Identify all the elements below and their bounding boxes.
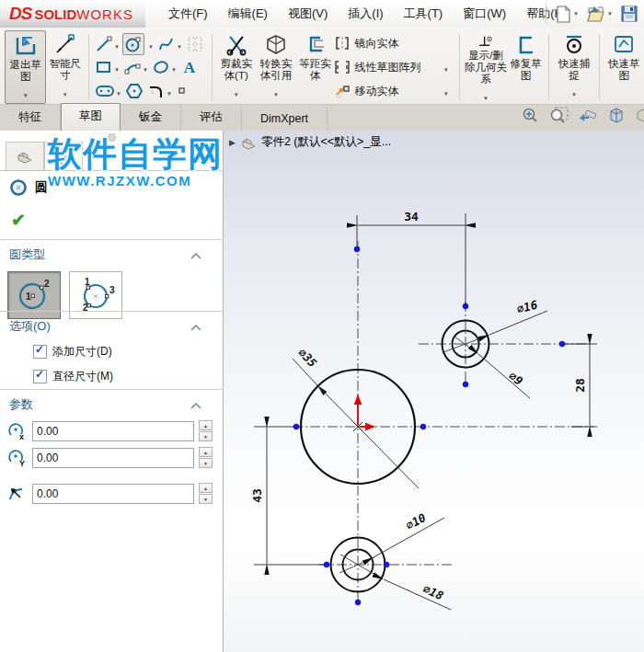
center-y-icon: Y xyxy=(7,449,28,467)
point-tool-button[interactable] xyxy=(175,84,190,98)
slot-icon xyxy=(95,84,115,98)
linear-pattern-button[interactable]: 线性草图阵列 xyxy=(334,56,454,78)
exit-sketch-dropdown[interactable] xyxy=(23,85,29,101)
dimension-28[interactable]: 28 xyxy=(564,344,597,427)
view-settings-button[interactable] xyxy=(635,107,644,129)
leader-d18[interactable]: ∅18 xyxy=(384,579,451,610)
leader-d9[interactable]: ∅9 xyxy=(478,354,530,398)
add-dimension-checkbox[interactable] xyxy=(33,345,47,359)
sketch-canvas[interactable]: 34 28 43 ∅35 xyxy=(224,131,644,652)
graphics-viewport[interactable]: ▶ 零件2 (默认<<默认>_显... 34 xyxy=(224,131,644,652)
move-entities-button[interactable]: 移动实体 xyxy=(334,80,454,102)
menu-bar: DS SOLIDWORKS 文件(F) 编辑(E) 视图(V) 插入(I) 工具… xyxy=(0,0,644,29)
radius-input[interactable] xyxy=(32,484,194,504)
leader-d10[interactable]: ∅10 xyxy=(374,510,444,557)
convert-entities-icon xyxy=(264,34,288,56)
spline-tool-button[interactable] xyxy=(156,34,183,54)
tree-expand-arrow[interactable]: ▶ xyxy=(229,138,236,147)
heads-up-view-toolbar xyxy=(521,105,644,131)
center-x-input[interactable] xyxy=(32,421,194,441)
property-manager-tab[interactable] xyxy=(44,142,83,170)
arc-tool-button[interactable] xyxy=(122,57,149,77)
exit-sketch-icon xyxy=(14,35,38,57)
leader-d16[interactable]: ∅16 xyxy=(489,298,547,335)
collapse-chevron-icon[interactable] xyxy=(190,246,201,263)
menu-view[interactable]: 视图(V) xyxy=(278,1,338,27)
option-diameter-dimension[interactable]: 直径尺寸(M) xyxy=(0,364,224,389)
previous-view-button[interactable] xyxy=(578,107,598,129)
collapse-chevron-icon[interactable] xyxy=(190,318,201,335)
option-add-dimension[interactable]: 添加尺寸(D) xyxy=(0,339,224,364)
tab-sketch[interactable]: 草图 xyxy=(61,103,121,131)
polygon-tool-button[interactable] xyxy=(124,81,144,101)
rapid-sketch-button[interactable]: 快速草图 xyxy=(604,30,644,104)
centerlines xyxy=(293,241,593,607)
tab-features[interactable]: 特征 xyxy=(0,105,61,131)
section-view-button[interactable] xyxy=(607,107,626,129)
smart-dimension-dropdown[interactable] xyxy=(63,84,68,100)
ellipse-icon xyxy=(152,58,170,76)
smart-dimension-button[interactable]: 智能尺寸 xyxy=(46,30,84,104)
tab-dimxpert[interactable]: DimXpert xyxy=(242,108,328,131)
tab-evaluate[interactable]: 评估 xyxy=(181,105,242,131)
part-icon xyxy=(240,135,257,150)
diameter-dimension-checkbox[interactable] xyxy=(33,370,47,383)
circle-type-header: 圆类型 xyxy=(9,246,45,263)
ok-check-icon[interactable]: ✔ xyxy=(11,210,26,231)
circle-tool-button[interactable] xyxy=(122,33,144,55)
zoom-to-area-button[interactable] xyxy=(548,107,569,129)
quick-snaps-button[interactable]: 快速捕捉 xyxy=(554,30,593,104)
center-y-input[interactable] xyxy=(32,448,194,468)
tree-root-label[interactable]: 零件2 (默认<<默认>_显... xyxy=(261,134,391,150)
display-delete-relations-button[interactable]: 显示/删除几何关系 xyxy=(465,30,508,104)
svg-text:2: 2 xyxy=(44,279,50,289)
quick-snaps-dropdown[interactable] xyxy=(571,84,577,100)
slot-tool-button[interactable] xyxy=(94,82,122,100)
line-icon xyxy=(95,35,113,53)
repair-sketch-button[interactable]: 修复草图 xyxy=(508,30,545,104)
convert-entities-button[interactable]: 转换实体引用 xyxy=(255,30,296,104)
zoom-to-fit-button[interactable] xyxy=(521,107,539,129)
move-entities-dropdown[interactable] xyxy=(443,83,449,99)
fillet-tool-button[interactable] xyxy=(146,81,173,101)
quick-access-bar: ▼ ▼ xyxy=(542,0,640,28)
relations-dropdown[interactable] xyxy=(483,87,489,104)
origin-icon xyxy=(353,395,374,431)
panel-grip[interactable] xyxy=(108,133,116,142)
save-button[interactable] xyxy=(618,4,640,24)
circle-flyout-dropdown[interactable] xyxy=(146,35,155,53)
rectangle-tool-button[interactable] xyxy=(94,57,121,77)
center-x-spinner[interactable]: ▲▼ xyxy=(199,420,213,441)
mirror-entities-button[interactable]: 镜向实体 xyxy=(334,32,454,54)
linear-pattern-dropdown[interactable] xyxy=(443,59,449,75)
repair-sketch-icon xyxy=(513,34,537,56)
menu-insert[interactable]: 插入(I) xyxy=(338,1,393,27)
menu-window[interactable]: 窗口(W) xyxy=(453,1,516,27)
feature-tree-tab[interactable] xyxy=(6,142,44,170)
open-document-button[interactable]: ▼ xyxy=(584,4,615,25)
convert-entities-dropdown[interactable] xyxy=(273,84,279,100)
offset-entities-button[interactable]: 等距实体 xyxy=(297,30,334,104)
text-tool-button[interactable]: A xyxy=(179,57,200,77)
new-document-button[interactable]: ▼ xyxy=(553,4,581,25)
collapse-chevron-icon[interactable] xyxy=(190,396,201,413)
sketch-tools-stack: 镜向实体 线性草图阵列 移动实体 xyxy=(334,30,454,104)
menu-tools[interactable]: 工具(T) xyxy=(394,1,454,27)
dimension-34[interactable]: 34 xyxy=(357,210,466,305)
exit-sketch-button[interactable]: 退出草图 xyxy=(5,30,46,104)
zoom-to-area-icon xyxy=(548,107,569,125)
menu-edit[interactable]: 编辑(E) xyxy=(218,1,278,27)
trim-entities-dropdown[interactable] xyxy=(234,84,239,100)
save-icon xyxy=(621,6,638,22)
sketch-picture-button-disabled[interactable] xyxy=(185,34,205,54)
menu-file[interactable]: 文件(F) xyxy=(158,1,218,27)
ellipse-tool-button[interactable] xyxy=(151,57,178,77)
center-x-icon: x xyxy=(7,422,28,440)
radius-spinner[interactable]: ▲▼ xyxy=(199,483,213,504)
dimension-43[interactable]: 43 xyxy=(250,427,330,565)
trim-entities-button[interactable]: 剪裁实体(T) xyxy=(217,30,256,104)
line-tool-button[interactable] xyxy=(94,34,121,54)
center-y-spinner[interactable]: ▲▼ xyxy=(199,447,213,468)
section-view-icon xyxy=(607,107,626,125)
tab-sheet-metal[interactable]: 钣金 xyxy=(121,105,181,131)
